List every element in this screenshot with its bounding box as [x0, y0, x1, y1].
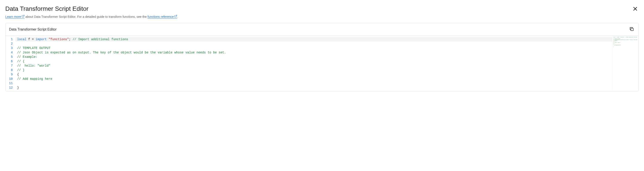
code-line[interactable]: // TEMPLATE OUTPUT	[16, 46, 612, 50]
line-number: 11	[9, 81, 13, 85]
line-number: 10	[9, 77, 13, 81]
close-icon	[632, 6, 638, 12]
line-number: 6	[9, 59, 13, 63]
code-line[interactable]: // Example:	[16, 55, 612, 59]
editor-title: Data Transformer Script Editor	[9, 27, 56, 31]
line-number: 7	[9, 63, 13, 68]
copy-button[interactable]	[628, 26, 635, 33]
line-number: 4	[9, 50, 13, 55]
external-link-icon	[174, 15, 177, 18]
learn-more-link[interactable]: Learn more	[5, 15, 25, 19]
dialog-header: Data Transformer Script Editor	[5, 5, 639, 13]
editor-container: Data Transformer Script Editor 123456789…	[5, 23, 639, 91]
code-line[interactable]: {	[16, 72, 612, 77]
code-line[interactable]: }	[16, 85, 612, 90]
editor-body: 123456789101112 local f = import "functi…	[6, 36, 638, 91]
line-number: 5	[9, 55, 13, 59]
code-line[interactable]	[16, 81, 612, 85]
code-line[interactable]	[16, 41, 612, 46]
svg-rect-4	[631, 28, 633, 30]
functions-reference-link[interactable]: functions reference	[148, 15, 177, 19]
line-number: 2	[9, 41, 13, 46]
line-number: 8	[9, 68, 13, 72]
code-line[interactable]: // hello: "world"	[16, 63, 612, 68]
minimap[interactable]: local f = import "functions"; // Import …	[612, 36, 638, 91]
line-number: 1	[9, 37, 13, 41]
code-line[interactable]: // Json Object is expected as on output.…	[16, 50, 612, 55]
line-number: 12	[9, 85, 13, 90]
code-area[interactable]: local f = import "functions"; // Import …	[16, 36, 612, 91]
editor-header: Data Transformer Script Editor	[6, 23, 638, 36]
svg-line-2	[23, 15, 24, 16]
copy-icon	[629, 27, 634, 32]
external-link-icon	[22, 15, 25, 18]
line-number: 9	[9, 72, 13, 77]
line-gutter: 123456789101112	[6, 36, 16, 91]
code-line[interactable]: // Add mapping here	[16, 77, 612, 81]
close-button[interactable]	[632, 5, 639, 13]
svg-line-3	[176, 15, 177, 16]
page-title: Data Transformer Script Editor	[5, 5, 88, 12]
code-line[interactable]: // {	[16, 59, 612, 63]
subtitle-text: Learn more about Data Transformer Script…	[5, 15, 639, 18]
code-line[interactable]: local f = import "functions"; // Import …	[16, 37, 612, 41]
line-number: 3	[9, 46, 13, 50]
code-line[interactable]: // }	[16, 68, 612, 72]
